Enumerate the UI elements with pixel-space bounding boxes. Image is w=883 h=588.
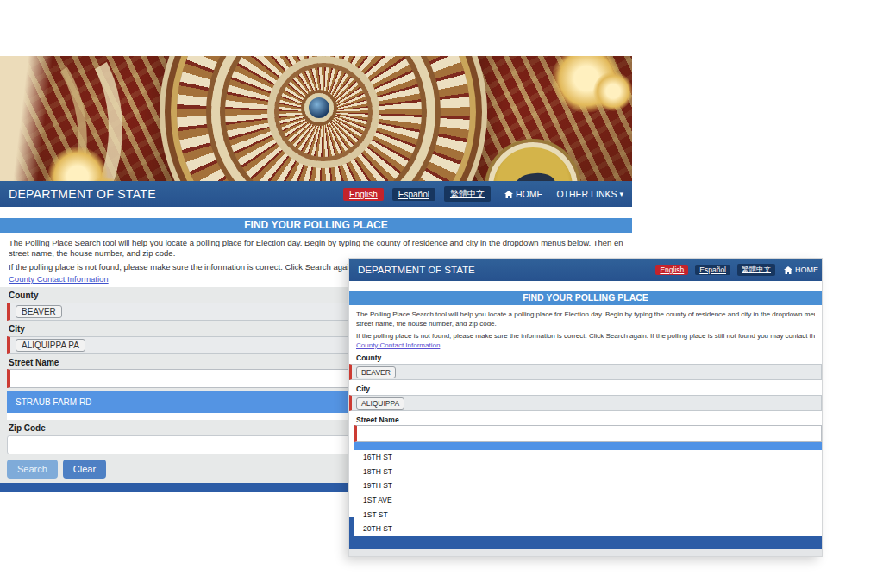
site-title: DEPARTMENT OF STATE xyxy=(9,187,156,201)
street-suggestion[interactable]: 16TH ST xyxy=(354,450,822,465)
gold-medallion xyxy=(488,142,578,181)
home-icon xyxy=(504,191,516,198)
page-title: FIND YOUR POLLING PLACE xyxy=(523,292,648,303)
lang-chinese-button[interactable]: 繁體中文 xyxy=(444,186,491,202)
street-name-input[interactable] xyxy=(354,425,822,442)
street-suggestion[interactable]: 1ST ST xyxy=(354,507,822,522)
street-suggestion-list: 16TH ST 18TH ST 19TH ST 1ST AVE 1ST ST 2… xyxy=(354,450,822,536)
window-bottom-strip xyxy=(349,549,822,556)
intro-text: The Polling Place Search tool will help … xyxy=(349,305,822,352)
other-links-label: OTHER LINKS xyxy=(556,189,617,199)
county-contact-link[interactable]: County Contact Information xyxy=(356,341,440,349)
intro-paragraph-1-line2: street name, the house number, and zip c… xyxy=(356,319,815,328)
page-title-bar: FIND YOUR POLLING PLACE xyxy=(0,218,632,233)
home-icon xyxy=(784,266,795,274)
street-suggestion-highlighted[interactable] xyxy=(354,442,822,450)
home-link[interactable]: HOME xyxy=(784,266,818,274)
intro-paragraph-1-line1: The Polling Place Search tool will help … xyxy=(356,310,815,319)
intro-paragraph-2: If the polling place is not found, pleas… xyxy=(356,331,815,341)
county-label: County xyxy=(349,352,822,362)
home-label: HOME xyxy=(795,266,818,274)
medallion-figure xyxy=(514,171,556,181)
spacer xyxy=(0,207,632,218)
navbar-links: English Español 繁體中文 HOME OTHER LINKS ▾ xyxy=(335,186,623,202)
front-window: DEPARTMENT OF STATE English Español 繁體中文… xyxy=(349,259,822,556)
top-navbar: DEPARTMENT OF STATE English Español 繁體中文… xyxy=(349,259,822,281)
capitol-dome-banner xyxy=(0,56,632,181)
lang-espanol-button[interactable]: Español xyxy=(392,188,435,201)
city-value-chip: ALIQUIPPA PA xyxy=(16,339,85,352)
street-name-label: Street Name xyxy=(349,414,822,424)
navbar-links: English Español 繁體中文 HOME xyxy=(648,264,818,276)
street-suggestion[interactable]: 20TH ST xyxy=(354,522,822,536)
county-contact-link[interactable]: County Contact Information xyxy=(9,274,109,284)
spacer xyxy=(349,281,822,291)
top-navbar: DEPARTMENT OF STATE English Español 繁體中文… xyxy=(0,181,632,207)
lang-english-button[interactable]: English xyxy=(655,265,688,275)
street-suggestion[interactable]: 1ST AVE xyxy=(354,493,822,508)
intro-paragraph-1-line1: The Polling Place Search tool will help … xyxy=(9,238,623,248)
dome-center-oculus xyxy=(304,93,334,122)
clear-button[interactable]: Clear xyxy=(63,460,106,479)
city-value-chip: ALIQUIPPA xyxy=(356,397,404,410)
home-label: HOME xyxy=(516,189,543,199)
screenshot-canvas: DEPARTMENT OF STATE English Español 繁體中文… xyxy=(0,0,883,588)
county-select[interactable]: BEAVER xyxy=(349,364,822,380)
other-links-menu[interactable]: OTHER LINKS ▾ xyxy=(556,189,623,199)
street-suggestion-label: STRAUB FARM RD xyxy=(16,397,91,407)
home-link[interactable]: HOME xyxy=(504,189,543,199)
lang-chinese-button[interactable]: 繁體中文 xyxy=(737,264,775,276)
chandelier-glow xyxy=(593,72,632,111)
page-title-bar: FIND YOUR POLLING PLACE xyxy=(349,291,822,305)
lang-english-button[interactable]: English xyxy=(343,188,384,201)
caret-down-icon: ▾ xyxy=(619,190,623,198)
site-title: DEPARTMENT OF STATE xyxy=(358,265,475,275)
dome-art xyxy=(177,56,470,181)
city-select[interactable]: ALIQUIPPA xyxy=(349,395,822,411)
county-value-chip: BEAVER xyxy=(16,305,62,318)
city-label: City xyxy=(349,383,822,393)
lang-espanol-button[interactable]: Español xyxy=(695,265,730,275)
street-suggestion[interactable]: 19TH ST xyxy=(354,479,822,493)
intro-paragraph-1-line2: street name, the house number, and zip c… xyxy=(9,248,623,259)
footer-bar xyxy=(349,536,822,549)
street-suggestion[interactable]: 18TH ST xyxy=(354,465,822,479)
page-title: FIND YOUR POLLING PLACE xyxy=(244,219,387,231)
search-button[interactable]: Search xyxy=(7,460,58,479)
county-value-chip: BEAVER xyxy=(356,366,396,378)
